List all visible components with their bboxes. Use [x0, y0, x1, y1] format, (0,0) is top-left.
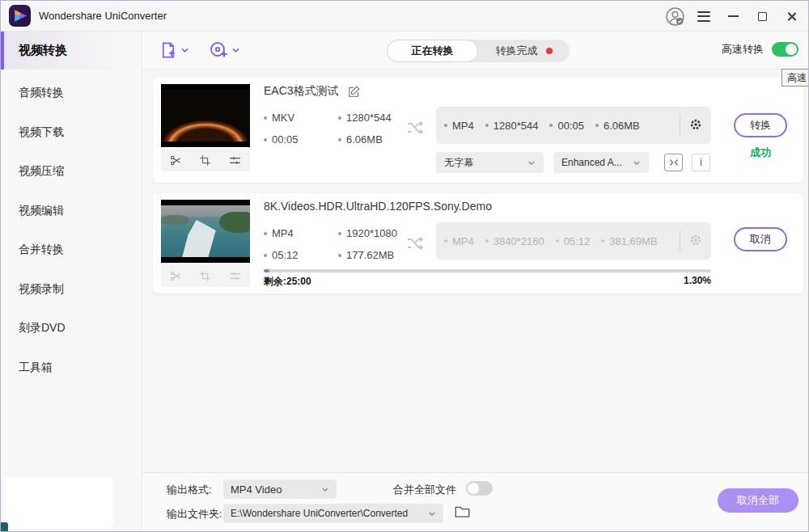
- menu-button[interactable]: [693, 6, 714, 27]
- cancel-all-button[interactable]: 取消全部: [718, 488, 798, 513]
- maximize-button[interactable]: [752, 6, 773, 27]
- convert-direction: [405, 118, 425, 141]
- source-size: 177.62MB: [346, 249, 394, 261]
- promo-card: [3, 477, 113, 529]
- subtitle-sync-button[interactable]: [664, 154, 683, 171]
- sidebar-item-label: 视频编辑: [19, 204, 64, 218]
- output-settings-bar: MP4 3840*2160 05:12 381.69MB: [436, 222, 711, 260]
- merge-all-toggle[interactable]: [466, 481, 493, 496]
- trim-icon[interactable]: [169, 154, 183, 167]
- output-format-value: MP4 Video: [231, 483, 282, 496]
- effects-icon: [228, 269, 242, 283]
- crop-icon[interactable]: [199, 154, 211, 167]
- progress-bar: [264, 269, 711, 272]
- gear-icon: [688, 233, 703, 247]
- clip-toolbar: [161, 264, 250, 287]
- sidebar-item-label: 视频转换: [19, 43, 67, 58]
- sidebar-item-screen-record[interactable]: 视频录制: [1, 270, 142, 310]
- sidebar-item-label: 刻录DVD: [19, 321, 66, 336]
- user-avatar-icon: [665, 6, 685, 27]
- task-row: 8K.Videos.HDR.UltraHD.120FPS.Sony.Demo M…: [153, 193, 803, 293]
- clip-toolbar: [161, 149, 250, 171]
- chevron-down-icon: [527, 160, 536, 166]
- tab-finished[interactable]: 转换完成: [478, 44, 570, 58]
- tab-converting[interactable]: 正在转换: [387, 40, 478, 62]
- sidebar-item-audio-convert[interactable]: 音频转换: [1, 74, 142, 113]
- hamburger-icon: [697, 11, 710, 22]
- chevron-down-icon: [180, 47, 189, 53]
- app-window: Wondershare UniConverter: [0, 0, 809, 532]
- output-format-label: 输出格式:: [167, 483, 212, 497]
- load-dvd-button[interactable]: [209, 40, 240, 60]
- add-file-icon: [159, 40, 177, 60]
- sidebar-item-video-compress[interactable]: 视频压缩: [1, 152, 142, 192]
- promo-image-fragment: [1, 522, 8, 531]
- sidebar-item-label: 视频录制: [19, 282, 64, 297]
- cancel-button[interactable]: 取消: [734, 227, 787, 251]
- progress-fill: [264, 269, 269, 272]
- sidebar-item-merge-convert[interactable]: 合并转换: [1, 230, 142, 270]
- task-title: EAC3格式测试: [264, 84, 339, 99]
- fast-convert-label: 高速转换: [722, 42, 764, 57]
- source-resolution: 1280*544: [346, 112, 392, 124]
- status-tabs: 正在转换 转换完成: [387, 40, 570, 62]
- task-title: 8K.Videos.HDR.UltraHD.120FPS.Sony.Demo: [264, 200, 492, 213]
- convert-button[interactable]: 转换: [734, 113, 787, 137]
- app-title: Wondershare UniConverter: [39, 10, 167, 22]
- source-size: 6.06MB: [346, 133, 383, 146]
- source-resolution: 1920*1080: [346, 227, 397, 239]
- chevron-down-icon: [633, 160, 641, 166]
- output-format: MP4: [452, 235, 474, 247]
- effects-icon[interactable]: [228, 154, 242, 167]
- output-resolution: 3840*2160: [493, 235, 544, 247]
- subtitle-dropdown[interactable]: 无字幕: [436, 152, 544, 173]
- sidebar-item-video-edit[interactable]: 视频编辑: [1, 192, 142, 231]
- minimize-button[interactable]: [722, 6, 743, 27]
- bottom-bar: 输出格式: MP4 Video 合并全部文件 输出文件夹: E:\Wonders…: [142, 472, 808, 531]
- sidebar-item-video-convert[interactable]: 视频转换: [1, 32, 142, 70]
- sidebar-item-burn-dvd[interactable]: 刻录DVD: [1, 309, 142, 348]
- merge-all-label: 合并全部文件: [393, 483, 456, 497]
- tab-converting-label: 正在转换: [412, 44, 454, 58]
- video-thumbnail: [161, 200, 250, 263]
- sidebar-item-video-download[interactable]: 视频下载: [1, 113, 142, 153]
- notification-dot: [546, 48, 553, 54]
- output-settings-bar: MP4 1280*544 00:05 6.06MB: [436, 107, 711, 144]
- sidebar-item-label: 工具箱: [19, 361, 53, 375]
- convert-direction: [405, 234, 425, 256]
- info-button[interactable]: i: [692, 154, 710, 171]
- fast-convert-toggle[interactable]: [772, 42, 798, 57]
- app-logo-icon: [9, 5, 31, 27]
- output-format-dropdown[interactable]: MP4 Video: [223, 479, 337, 499]
- sidebar-item-label: 合并转换: [19, 243, 64, 257]
- source-format: MKV: [272, 112, 294, 124]
- fast-convert-tooltip: 高速: [781, 69, 809, 87]
- shuffle-icon: [405, 234, 425, 253]
- account-avatar[interactable]: [664, 6, 685, 27]
- maximize-icon: [758, 12, 767, 21]
- titlebar: Wondershare UniConverter: [1, 1, 808, 32]
- rename-icon[interactable]: [347, 85, 361, 99]
- crop-icon: [199, 270, 211, 282]
- chevron-down-icon: [231, 47, 240, 53]
- audio-track-dropdown[interactable]: Enhanced A...: [553, 152, 649, 173]
- close-button[interactable]: [781, 6, 802, 27]
- task-list: EAC3格式测试 MKV 1280*544 00:05 6.06MB MP4 1…: [142, 70, 808, 472]
- time-remaining: 剩余:25:00: [264, 275, 311, 289]
- gear-icon: [688, 117, 703, 132]
- output-folder-dropdown[interactable]: E:\Wondershare UniConverter\Converted: [223, 504, 443, 523]
- task-row: EAC3格式测试 MKV 1280*544 00:05 6.06MB MP4 1…: [153, 78, 803, 183]
- close-icon: [786, 11, 797, 22]
- output-duration: 05:12: [564, 235, 591, 247]
- sidebar-item-label: 视频下载: [19, 125, 64, 140]
- output-settings-button[interactable]: [688, 117, 703, 134]
- sidebar-item-toolbox[interactable]: 工具箱: [1, 348, 142, 388]
- audio-track-value: Enhanced A...: [561, 157, 622, 168]
- add-files-button[interactable]: [159, 40, 189, 60]
- shuffle-icon: [405, 118, 425, 137]
- add-disc-icon: [209, 40, 228, 60]
- subtitle-value: 无字幕: [444, 156, 473, 170]
- sidebar: 视频转换 音频转换 视频下载 视频压缩 视频编辑 合并转换 视频录制 刻录DVD…: [1, 32, 142, 531]
- progress-percent: 1.30%: [684, 275, 711, 289]
- open-folder-button[interactable]: [455, 505, 470, 521]
